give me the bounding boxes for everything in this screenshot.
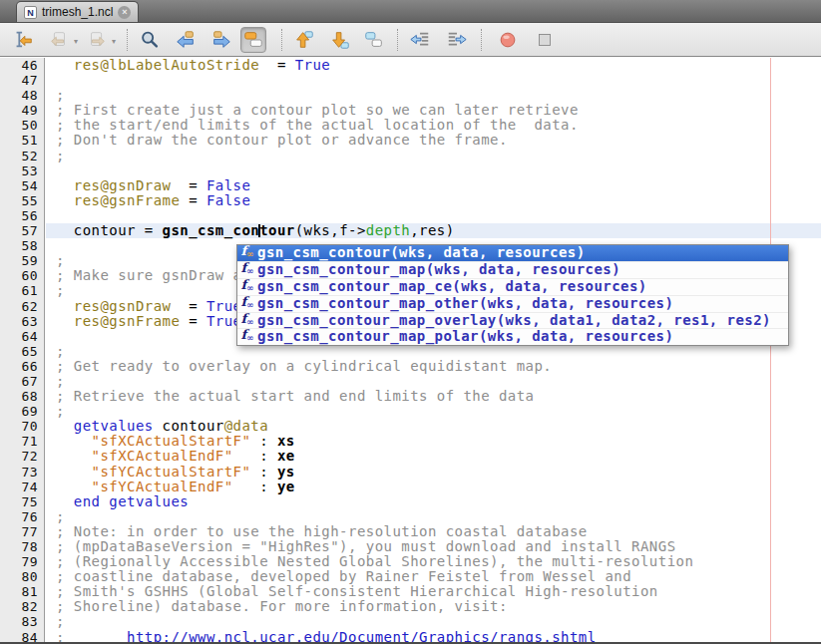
code-line-75[interactable]: end getvalues bbox=[46, 494, 821, 509]
code-line-80[interactable]: ; coastline database, developed by Raine… bbox=[46, 569, 821, 584]
code-line-57[interactable]: contour = gsn_csm_contour(wks,f->depth,r… bbox=[46, 223, 821, 238]
code-line-48[interactable]: ; bbox=[46, 88, 821, 103]
code-line-66[interactable]: ; Get ready to overlay on a cylindrical … bbox=[46, 359, 821, 374]
code-line-46[interactable]: res@lbLabelAutoStride = True bbox=[46, 58, 821, 73]
back-button[interactable] bbox=[46, 27, 72, 53]
line-number: 63 bbox=[0, 314, 44, 329]
line-number: 46 bbox=[0, 58, 44, 73]
line-number: 80 bbox=[0, 569, 44, 584]
shift-left-button[interactable] bbox=[407, 27, 433, 53]
code-token: : bbox=[233, 448, 277, 464]
next-occurrence-button[interactable] bbox=[327, 27, 353, 53]
autocomplete-popup[interactable]: f∞gsn_csm_contour(wks, data, resources)f… bbox=[236, 244, 789, 346]
find-button[interactable] bbox=[137, 27, 163, 53]
code-line-73[interactable]: "sfYCActualStartF" : ys bbox=[46, 465, 821, 480]
code-line-77[interactable]: ; Note: in order to use the high-resolut… bbox=[46, 524, 821, 539]
code-line-79[interactable]: ; (Regionally Accessible Nested Global S… bbox=[46, 554, 821, 569]
toolbar-separator bbox=[481, 29, 483, 51]
toolbar-separator bbox=[281, 29, 283, 51]
code-line-82[interactable]: ; Shoreline) database. For more informat… bbox=[46, 599, 821, 614]
code-token: ; bbox=[56, 252, 65, 268]
line-number: 65 bbox=[0, 344, 44, 359]
code-line-55[interactable]: res@gsnFrame = False bbox=[46, 193, 821, 208]
clear-occurrences-icon bbox=[363, 29, 385, 51]
code-line-47[interactable] bbox=[46, 73, 821, 88]
right-margin-guide bbox=[770, 58, 771, 642]
line-number: 73 bbox=[0, 465, 44, 480]
record-macro-button[interactable] bbox=[495, 27, 521, 53]
code-token: = bbox=[171, 177, 206, 193]
completion-item[interactable]: f∞gsn_csm_contour_map_other(wks, data, r… bbox=[237, 295, 788, 312]
code-token bbox=[56, 448, 92, 464]
completion-item[interactable]: f∞gsn_csm_contour_map(wks, data, resourc… bbox=[237, 261, 788, 278]
find-previous-button[interactable] bbox=[173, 27, 199, 53]
code-token: ; bbox=[56, 282, 65, 298]
line-number: 84 bbox=[0, 630, 44, 642]
completion-item[interactable]: f∞gsn_csm_contour_map_ce(wks, data, reso… bbox=[237, 278, 788, 295]
completion-item[interactable]: f∞gsn_csm_contour(wks, data, resources) bbox=[237, 245, 788, 261]
code-line-74[interactable]: "sfYCActualEndF" : ye bbox=[46, 480, 821, 494]
code-line-51[interactable]: ; Don't draw the contour plot or advance… bbox=[46, 133, 821, 148]
find-next-icon bbox=[210, 29, 232, 51]
completion-item[interactable]: f∞gsn_csm_contour_map_overlay(wks, data1… bbox=[237, 312, 788, 329]
completion-label: gsn_csm_contour_map_polar(wks, data, res… bbox=[257, 329, 673, 345]
code-token: ; Don't draw the contour plot or advance… bbox=[56, 132, 508, 148]
tab-close-icon[interactable]: × bbox=[118, 6, 131, 19]
tab-trimesh-1-ncl[interactable]: N trimesh_1.ncl × bbox=[16, 1, 139, 22]
code-line-81[interactable]: ; Smith's GSHHS (Global Self-consistent … bbox=[46, 584, 821, 599]
code-token: False bbox=[206, 192, 250, 208]
code-line-67[interactable]: ; bbox=[46, 374, 821, 389]
line-number: 74 bbox=[0, 480, 44, 494]
find-next-button[interactable] bbox=[208, 27, 234, 53]
code-line-69[interactable]: ; bbox=[46, 404, 821, 419]
code-line-72[interactable]: "sfXCActualEndF" : xe bbox=[46, 449, 821, 464]
code-line-56[interactable] bbox=[46, 208, 821, 223]
code-token: ; the start/end limits of the actual loc… bbox=[56, 117, 579, 133]
code-line-71[interactable]: "sfXCActualStartF" : xs bbox=[46, 434, 821, 449]
code-token: contour = bbox=[56, 222, 163, 238]
line-number: 77 bbox=[0, 524, 44, 539]
next-occurrence-icon bbox=[329, 29, 351, 51]
stop-macro-button[interactable] bbox=[532, 27, 558, 53]
line-number: 72 bbox=[0, 449, 44, 464]
forward-button[interactable] bbox=[84, 27, 110, 53]
code-token: ; Shoreline) database. For more informat… bbox=[56, 598, 508, 614]
line-number: 55 bbox=[0, 193, 44, 208]
code-line-49[interactable]: ; First create just a contour plot so we… bbox=[46, 103, 821, 118]
code-line-68[interactable]: ; Retrieve the actual start and end limi… bbox=[46, 389, 821, 404]
shift-right-button[interactable] bbox=[444, 27, 470, 53]
back-dropdown-icon[interactable]: ▾ bbox=[74, 37, 78, 46]
code-token: : bbox=[233, 479, 277, 494]
forward-dropdown-icon[interactable]: ▾ bbox=[112, 37, 116, 46]
code-token: "sfXCActualStartF" bbox=[92, 433, 251, 449]
code-token: gsn_csm_con bbox=[163, 222, 260, 238]
code-line-70[interactable]: getvalues contour@data bbox=[46, 419, 821, 434]
line-number: 48 bbox=[0, 88, 44, 103]
highlight-occurrences-button[interactable] bbox=[240, 27, 266, 53]
code-line-83[interactable]: ; bbox=[46, 614, 821, 629]
line-number: 78 bbox=[0, 539, 44, 554]
code-line-50[interactable]: ; the start/end limits of the actual loc… bbox=[46, 118, 821, 133]
line-number: 49 bbox=[0, 103, 44, 118]
previous-occurrence-icon bbox=[293, 29, 315, 51]
code-line-84[interactable]: ; http://www.ncl.ucar.edu/Document/Graph… bbox=[46, 630, 821, 642]
line-number: 71 bbox=[0, 434, 44, 449]
code-line-53[interactable] bbox=[46, 163, 821, 178]
code-token bbox=[56, 464, 92, 480]
code-line-52[interactable]: ; bbox=[46, 149, 821, 163]
completion-item[interactable]: f∞gsn_csm_contour_map_polar(wks, data, r… bbox=[237, 328, 788, 345]
previous-occurrence-button[interactable] bbox=[291, 27, 317, 53]
code-line-54[interactable]: res@gsnDraw = False bbox=[46, 178, 821, 193]
code-editor[interactable]: 4647484950515253545556575859606162636465… bbox=[0, 58, 821, 642]
code-line-78[interactable]: ; (mpDataBaseVersion = "HighRes"), you m… bbox=[46, 539, 821, 554]
line-number: 66 bbox=[0, 359, 44, 374]
code-token: ; bbox=[56, 508, 65, 524]
completion-label: gsn_csm_contour_map_ce(wks, data, resour… bbox=[257, 279, 647, 295]
editor-window: N trimesh_1.ncl × ▾ ▾ bbox=[0, 0, 821, 644]
code-token: : bbox=[250, 464, 277, 480]
code-line-76[interactable]: ; bbox=[46, 509, 821, 524]
last-edit-location-button[interactable] bbox=[10, 27, 36, 53]
code-area[interactable]: res@lbLabelAutoStride = True;; First cre… bbox=[46, 58, 821, 642]
line-number-gutter: 4647484950515253545556575859606162636465… bbox=[0, 58, 45, 642]
clear-occurrences-button[interactable] bbox=[361, 27, 387, 53]
